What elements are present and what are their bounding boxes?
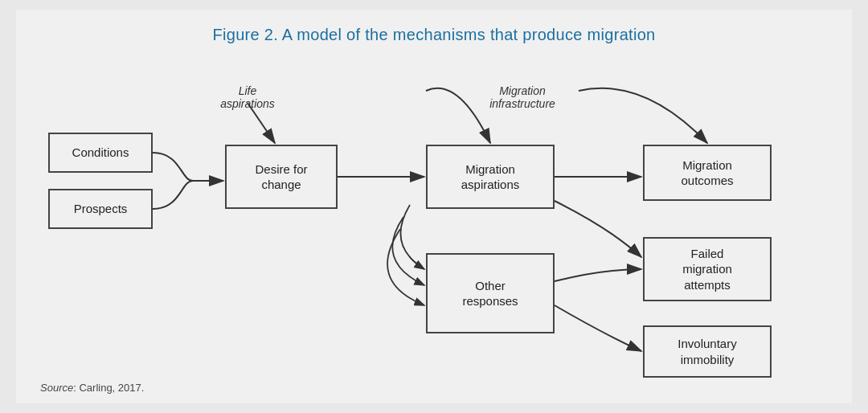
source-label: Source bbox=[40, 382, 73, 394]
desire-for-change-box: Desire forchange bbox=[225, 145, 338, 209]
conditions-box: Conditions bbox=[48, 133, 153, 173]
migration-asp-label: Migrationaspirations bbox=[461, 162, 520, 193]
failed-migration-box: Failedmigrationattempts bbox=[643, 237, 772, 301]
figure-container: Figure 2. A model of the mechanisms that… bbox=[16, 10, 852, 403]
figure-title: Figure 2. A model of the mechanisms that… bbox=[32, 26, 836, 44]
desire-label: Desire forchange bbox=[255, 162, 307, 193]
source-citation: Carling, 2017. bbox=[79, 382, 144, 394]
involuntary-immobility-box: Involuntaryimmobility bbox=[643, 325, 772, 378]
involuntary-label: Involuntaryimmobility bbox=[678, 336, 736, 367]
life-aspirations-label: Lifeaspirations bbox=[207, 84, 288, 110]
failed-label: Failedmigrationattempts bbox=[682, 246, 732, 293]
migration-infrastructure-label: Migrationinfrastructure bbox=[458, 84, 587, 110]
outcomes-label: Migrationoutcomes bbox=[681, 157, 733, 189]
prospects-box: Prospects bbox=[48, 189, 153, 229]
other-responses-label: Otherresponses bbox=[462, 278, 518, 309]
other-responses-box: Otherresponses bbox=[426, 253, 555, 333]
source-text: Source: Carling, 2017. bbox=[40, 382, 144, 394]
migration-aspirations-box: Migrationaspirations bbox=[426, 145, 555, 209]
diagram-area: Lifeaspirations Migrationinfrastructure … bbox=[32, 68, 836, 374]
migration-outcomes-box: Migrationoutcomes bbox=[643, 145, 772, 201]
